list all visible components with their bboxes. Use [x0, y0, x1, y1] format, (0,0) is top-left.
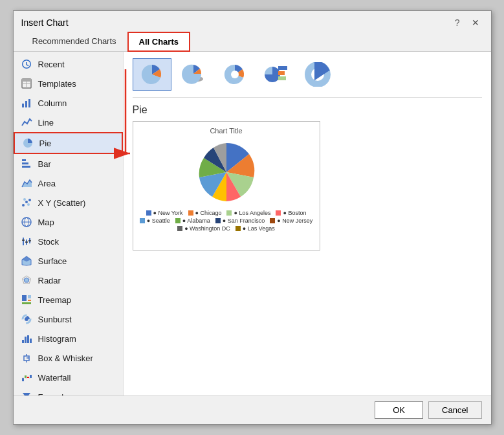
sunburst-icon	[20, 313, 33, 326]
sidebar-item-treemap[interactable]: Treemap	[14, 290, 123, 309]
legend-color	[146, 210, 151, 216]
svg-rect-1	[22, 79, 31, 82]
tabs-row: Recommended Charts All Charts	[14, 32, 491, 52]
legend-color	[276, 210, 281, 216]
legend-item: ● Chicago	[188, 210, 222, 216]
title-bar-controls: ? ✕	[451, 16, 483, 29]
sidebar-item-boxwhisker[interactable]: Box & Whisker	[14, 348, 123, 368]
sidebar-item-surface[interactable]: Surface	[14, 251, 123, 271]
sidebar-item-pie[interactable]: Pie	[14, 132, 123, 154]
sidebar-label-templates: Templates	[38, 79, 76, 89]
funnel-icon	[20, 390, 33, 396]
cancel-button[interactable]: Cancel	[428, 401, 481, 419]
legend-label: ● Los Angeles	[234, 210, 270, 216]
ok-button[interactable]: OK	[375, 401, 423, 419]
legend-item: ● Alabama	[175, 218, 210, 224]
legend-color	[175, 218, 181, 223]
legend-label: ● New York	[153, 210, 183, 216]
svg-rect-57	[278, 71, 285, 75]
stock-icon	[20, 235, 33, 248]
sidebar-item-stock[interactable]: Stock	[14, 232, 123, 251]
sidebar-label-bar: Bar	[38, 159, 51, 169]
sidebar-item-xyscatter[interactable]: X Y (Scatter)	[14, 193, 123, 212]
bar-icon	[20, 157, 33, 170]
legend-label: ● Seattle	[147, 218, 170, 224]
legend-color	[140, 218, 145, 223]
svg-rect-37	[27, 335, 29, 343]
chart-subtype-btn-1[interactable]	[174, 58, 213, 91]
legend-color	[236, 226, 241, 231]
sidebar-item-column[interactable]: Column	[14, 93, 123, 113]
svg-rect-7	[22, 159, 26, 161]
sidebar-item-funnel[interactable]: Funnel	[14, 387, 123, 396]
svg-rect-44	[25, 375, 27, 378]
tab-recommended[interactable]: Recommended Charts	[21, 32, 127, 52]
pie-chart	[194, 140, 259, 205]
dialog-title: Insert Chart	[21, 17, 69, 28]
svg-rect-4	[22, 104, 24, 107]
svg-rect-6	[28, 99, 30, 107]
chart-legend: ● New York ● Chicago ● Los Angeles	[138, 210, 314, 232]
svg-marker-28	[24, 278, 29, 282]
close-button[interactable]: ✕	[468, 16, 483, 29]
sidebar-item-templates[interactable]: Templates	[14, 74, 123, 93]
sidebar-label-line: Line	[38, 118, 54, 128]
legend-label: ● Boston	[283, 210, 306, 216]
legend-label: ● San Francisco	[223, 218, 265, 224]
sidebar-item-area[interactable]: Area	[14, 173, 123, 193]
sidebar-item-line[interactable]: Line	[14, 113, 123, 132]
svg-rect-8	[22, 162, 28, 164]
sidebar-item-sunburst[interactable]: Sunburst	[14, 309, 123, 329]
legend-label: ● Alabama	[182, 218, 210, 224]
svg-rect-32	[28, 300, 31, 301]
svg-rect-45	[27, 377, 29, 378]
sidebar-label-radar: Radar	[38, 276, 61, 285]
sidebar-label-stock: Stock	[38, 237, 60, 247]
sidebar-item-waterfall[interactable]: Waterfall	[14, 368, 123, 387]
insert-chart-dialog: Insert Chart ? ✕ Recommended Charts All …	[13, 10, 492, 425]
svg-point-12	[25, 201, 28, 203]
recent-icon	[20, 58, 33, 71]
svg-point-14	[23, 198, 26, 201]
help-button[interactable]: ?	[451, 16, 464, 29]
tab-all-charts[interactable]: All Charts	[127, 32, 190, 52]
svg-rect-29	[22, 295, 27, 301]
column-icon	[20, 96, 33, 109]
sidebar-item-map[interactable]: Map	[14, 212, 123, 232]
sidebar-item-recent[interactable]: Recent	[14, 54, 123, 74]
svg-point-55	[231, 71, 239, 78]
sidebar-label-surface: Surface	[38, 256, 67, 266]
pie-icon	[21, 137, 34, 150]
chart-subtype-btn-4[interactable]	[298, 58, 337, 91]
sidebar-item-bar[interactable]: Bar	[14, 154, 123, 173]
sidebar-item-histogram[interactable]: Histogram	[14, 329, 123, 348]
legend-label: ● Chicago	[195, 210, 222, 216]
sidebar-label-treemap: Treemap	[38, 295, 72, 305]
svg-rect-35	[22, 340, 24, 343]
svg-rect-46	[30, 375, 32, 378]
legend-item: ● Las Vegas	[236, 225, 275, 232]
radar-icon	[20, 274, 33, 287]
chart-subtype-icons	[133, 58, 482, 98]
sidebar-item-radar[interactable]: Radar	[14, 271, 123, 290]
sidebar-label-pie: Pie	[39, 139, 52, 148]
svg-rect-38	[30, 339, 32, 343]
svg-rect-30	[28, 295, 31, 298]
dialog-footer: OK Cancel	[14, 396, 491, 424]
svg-point-11	[22, 204, 25, 206]
selected-chart-type-label: Pie	[133, 104, 482, 116]
chart-subtype-btn-3[interactable]	[257, 58, 296, 91]
chart-subtype-btn-0[interactable]	[133, 58, 171, 91]
treemap-icon	[20, 293, 33, 306]
svg-rect-36	[25, 337, 27, 343]
dialog-content: RecentTemplatesColumnLinePieBarAreaX Y (…	[14, 52, 491, 396]
sidebar-label-recent: Recent	[38, 60, 65, 69]
legend-item: ● San Francisco	[215, 218, 265, 224]
chart-subtype-btn-2[interactable]	[215, 58, 254, 91]
sidebar-label-map: Map	[38, 218, 54, 227]
histogram-icon	[20, 332, 33, 345]
pie-svg	[194, 140, 259, 205]
chart-preview-title: Chart Title	[210, 127, 242, 135]
legend-color	[270, 218, 275, 223]
legend-color	[177, 226, 182, 231]
